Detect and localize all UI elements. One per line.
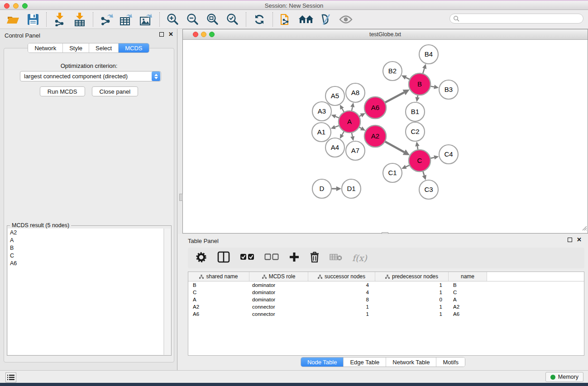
float-table-panel-icon[interactable] [568,238,572,242]
column-header[interactable]: name [449,272,487,281]
plus-icon[interactable] [289,252,300,264]
zoom-out-icon[interactable] [185,12,201,27]
table-row[interactable]: Adominator80A [188,296,584,303]
graph-edge[interactable] [385,142,404,152]
table-cell[interactable]: 4 [308,282,375,288]
graph-edge[interactable] [342,109,344,112]
mcds-result-item[interactable]: C [8,252,163,259]
close-panel-icon[interactable]: ✕ [168,32,173,37]
table-cell[interactable]: dominator [249,282,308,288]
graph-edge[interactable] [342,131,344,135]
mcds-result-list[interactable]: A2ABCA6 [8,229,164,355]
splitpane-handle[interactable] [179,194,183,201]
table-cell[interactable]: 1 [375,290,449,295]
tab-motifs[interactable]: Motifs [436,357,465,367]
hide-glyph-icon[interactable] [318,12,334,27]
column-header[interactable]: MCDS role [249,272,308,281]
table-cell[interactable]: C [449,290,487,295]
search-box[interactable] [449,14,583,24]
table-cell[interactable]: A2 [449,304,487,310]
tab-edge-table[interactable]: Edge Table [344,357,386,367]
tab-style[interactable]: Style [63,43,89,52]
table-cell[interactable]: dominator [249,297,308,302]
open-folder-icon[interactable] [5,12,21,27]
table-cell[interactable]: B [188,282,249,288]
table-cell[interactable]: 0 [375,297,449,302]
graph-edge[interactable] [423,68,425,74]
document-network-icon[interactable] [278,12,294,27]
run-mcds-button[interactable]: Run MCDS [40,86,85,96]
task-history-button[interactable] [5,372,16,382]
graph-edge[interactable] [385,92,404,103]
table-cell[interactable]: 1 [375,311,449,317]
network-window-titlebar[interactable]: testGlobe.txt [183,29,588,40]
table-cell[interactable]: C [188,290,249,295]
table-cell[interactable]: 1 [375,282,449,288]
zoom-fit-icon[interactable] [205,12,220,27]
mcds-result-item[interactable]: B [8,244,163,252]
checked-boxes-icon[interactable] [240,253,254,262]
graph-edge[interactable] [430,157,434,158]
export-table-icon[interactable] [119,12,134,27]
memory-button[interactable]: Memory [545,372,583,382]
close-table-panel-icon[interactable]: ✕ [577,238,582,242]
table-row[interactable]: Cdominator41C [188,289,584,296]
result-list-scrollbar[interactable] [164,229,171,355]
resize-grip-icon[interactable] [581,224,587,233]
optimization-criterion-select[interactable]: largest connected component (directed) [20,71,161,81]
mcds-result-item[interactable]: A [8,236,163,244]
tab-select[interactable]: Select [89,43,119,52]
table-cell[interactable]: dominator [249,290,308,295]
table-cell[interactable]: A6 [188,311,249,317]
table-row[interactable]: A6connector11A6 [188,310,584,318]
table-cell[interactable]: 4 [308,290,375,295]
graph-edge[interactable] [335,125,339,127]
export-network-icon[interactable] [99,12,114,27]
split-columns-icon[interactable] [217,251,230,265]
import-table-icon[interactable] [72,12,87,27]
save-icon[interactable] [25,12,41,27]
table-cell[interactable]: A [449,297,487,302]
float-panel-icon[interactable] [159,32,164,37]
mcds-result-item[interactable]: A6 [8,259,163,267]
graph-edge[interactable] [430,86,435,87]
tab-mcds[interactable]: MCDS [119,43,148,52]
table-cell[interactable]: 1 [375,304,449,310]
table-cell[interactable]: A2 [188,304,249,310]
search-input[interactable] [459,15,583,22]
column-header[interactable]: shared name [188,272,249,281]
graph-edge[interactable] [352,133,353,137]
table-cell[interactable]: A [188,297,249,302]
graph-edge[interactable] [335,116,339,118]
table-row[interactable]: A2connector11A2 [188,303,584,310]
close-panel-button[interactable]: Close panel [92,86,139,96]
column-header[interactable]: predecessor nodes [375,272,449,281]
tab-network[interactable]: Network [28,43,63,52]
table-row[interactable]: Bdominator41B [188,281,584,289]
trash-icon[interactable] [310,251,320,265]
table-cell[interactable]: 8 [308,297,375,302]
gear-icon[interactable] [195,251,207,265]
import-network-icon[interactable] [52,12,67,27]
column-header[interactable]: successor nodes [308,272,375,281]
table-cell[interactable]: A6 [449,311,487,317]
tab-network-table[interactable]: Network Table [386,357,436,367]
table-cell[interactable]: connector [249,311,308,317]
unchecked-boxes-icon[interactable] [264,253,279,262]
table-cell[interactable]: 1 [308,304,375,310]
network-graph[interactable]: B4B2BB3B1A5A8A6A3AA1C2A2A4A7C4CC1C3DD1 [183,40,588,233]
table-cell[interactable]: 1 [308,311,375,317]
zoom-selected-icon[interactable] [225,12,240,27]
tab-node-table[interactable]: Node Table [301,357,344,367]
eye-icon[interactable] [338,12,354,27]
zoom-in-icon[interactable] [165,12,181,27]
graph-edge[interactable] [352,107,353,111]
export-image-icon[interactable] [139,12,154,27]
graph-edge[interactable] [406,77,410,79]
table-cell[interactable]: connector [249,304,308,310]
refresh-icon[interactable] [252,12,267,27]
graph-edge[interactable] [423,171,424,176]
mcds-result-item[interactable]: A2 [8,229,163,236]
network-canvas[interactable]: B4B2BB3B1A5A8A6A3AA1C2A2A4A7C4CC1C3DD1 [183,40,588,233]
homes-icon[interactable] [298,12,314,27]
